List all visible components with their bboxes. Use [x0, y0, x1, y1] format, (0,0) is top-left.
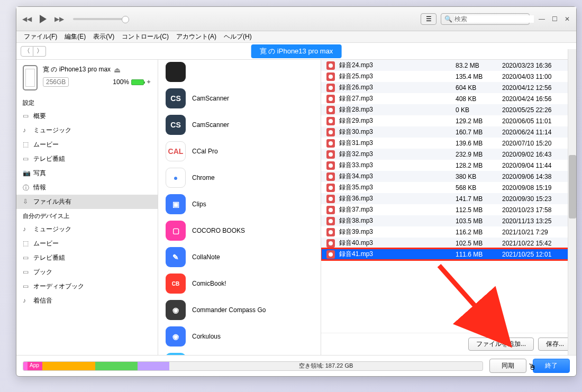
sync-button[interactable]: 同期 [489, 359, 526, 373]
app-item[interactable]: ▢COCORO BOOKS [158, 217, 321, 244]
sidebar-item-movie[interactable]: ⬚ムービー [16, 138, 158, 152]
app-item[interactable]: ✎CollaNote [158, 244, 321, 270]
app-item[interactable]: CSCamScanner [158, 85, 321, 112]
file-name: 録音29.mp3 [339, 116, 451, 125]
file-size: 103.5 MB [456, 217, 498, 225]
file-icon [326, 72, 335, 81]
app-item[interactable]: ▣Clips [158, 191, 321, 217]
file-size: 111.6 MB [456, 251, 498, 258]
sidebar-item-ring[interactable]: ♪着信音 [16, 294, 158, 308]
app-icon: ▣ [166, 194, 186, 214]
file-size: 128.2 MB [456, 162, 498, 169]
file-name: 録音30.mp3 [339, 127, 451, 136]
sidebar-item-book[interactable]: ▭ブック [16, 265, 158, 279]
menu-item[interactable]: アカウント(A) [173, 31, 220, 42]
menu-item[interactable]: コントロール(C) [119, 31, 172, 42]
app-item[interactable]: ●Chrome [158, 165, 321, 191]
device-pill[interactable]: 寛 の iPhone13 pro max [251, 44, 342, 58]
file-row[interactable]: 録音40.mp3102.5 MB2021/10/22 15:42 [321, 238, 576, 249]
file-row[interactable]: 録音27.mp3408 KB2020/04/24 16:56 [321, 93, 576, 104]
file-row[interactable]: 録音35.mp3568 KB2020/09/08 15:19 [321, 182, 576, 193]
file-name: 録音37.mp3 [339, 205, 451, 214]
file-date: 2020/09/04 11:44 [502, 162, 571, 169]
tv-icon: ▭ [23, 254, 31, 262]
menu-item[interactable]: ファイル(F) [21, 31, 60, 42]
file-row[interactable]: 録音39.mp3116.2 MB2021/10/21 7:29 [321, 226, 576, 238]
app-icon: CS [166, 88, 186, 108]
app-item[interactable]: CBComicBook! [158, 270, 321, 297]
play-button[interactable] [40, 15, 47, 23]
storage-badge: 256GB [43, 77, 69, 87]
file-name: 録音31.mp3 [339, 139, 451, 148]
list-view-button[interactable]: ☰ [421, 13, 436, 25]
photo-icon: 📷 [23, 169, 31, 178]
file-row[interactable]: 録音26.mp3604 KB2020/04/12 12:56 [321, 82, 576, 93]
sidebar-item-summary[interactable]: ▭概要 [16, 109, 158, 123]
volume-slider[interactable] [73, 18, 126, 20]
file-icon [326, 195, 335, 203]
save-button[interactable]: 保存... [538, 338, 572, 351]
file-icon [326, 184, 335, 192]
sidebar-item-photo[interactable]: 📷写真 [16, 166, 158, 180]
file-row[interactable]: 録音41.mp3111.6 MB2021/10/25 12:01 [321, 249, 576, 260]
search-field[interactable]: 🔍 [441, 13, 530, 25]
file-size: 141.7 MB [456, 195, 498, 203]
forward-button[interactable]: 〉 [33, 46, 46, 57]
add-file-button[interactable]: ファイルを追加... [468, 338, 534, 351]
file-size: 604 KB [456, 84, 498, 92]
file-date: 2020/04/03 11:00 [502, 73, 571, 80]
app-item[interactable]: CALCCal Pro [158, 138, 321, 165]
file-date: 2020/11/13 13:25 [502, 217, 571, 225]
sidebar-item-music[interactable]: ♪ミュージック [16, 123, 158, 138]
app-item[interactable]: ◫Dailyノート [158, 350, 321, 355]
file-row[interactable]: 録音38.mp3103.5 MB2020/11/13 13:25 [321, 215, 576, 226]
file-row[interactable]: 録音31.mp3139.6 MB2020/07/10 15:20 [321, 138, 576, 149]
sidebar: 寛 の iPhone13 pro max⏏ 256GB 100%✦ 設定 ▭概要… [16, 60, 158, 355]
close-button[interactable]: ✕ [563, 15, 571, 23]
file-size: 568 KB [456, 184, 498, 192]
app-icon: ✎ [166, 247, 186, 267]
sidebar-item-tv[interactable]: ▭テレビ番組 [16, 251, 158, 265]
file-name: 録音33.mp3 [339, 161, 451, 170]
sidebar-item-label: ファイル共有 [33, 197, 71, 206]
file-row[interactable]: 録音37.mp3112.5 MB2020/10/23 17:58 [321, 204, 576, 215]
app-item[interactable]: CSCamScanner [158, 112, 321, 138]
menu-item[interactable]: 表示(V) [90, 31, 117, 42]
back-button[interactable]: 〈 [21, 46, 33, 57]
file-row[interactable]: 録音36.mp3141.7 MB2020/09/30 15:23 [321, 193, 576, 204]
device-header[interactable]: 寛 の iPhone13 pro max⏏ 256GB 100%✦ [16, 60, 158, 96]
maximize-button[interactable]: ☐ [551, 15, 558, 23]
file-icon [326, 239, 335, 248]
file-row[interactable]: 録音33.mp3128.2 MB2020/09/04 11:44 [321, 160, 576, 171]
menu-item[interactable]: ヘルプ(H) [221, 31, 255, 42]
app-icon: ● [166, 168, 186, 188]
file-row[interactable]: 録音34.mp3380 KB2020/09/06 14:38 [321, 171, 576, 182]
file-row[interactable]: 録音28.mp30 KB2020/05/25 22:26 [321, 104, 576, 115]
app-item[interactable] [158, 62, 321, 85]
app-icon: CAL [166, 141, 186, 161]
search-input[interactable] [454, 15, 534, 23]
sidebar-item-label: 着信音 [33, 296, 52, 305]
scrollbar[interactable] [568, 49, 576, 355]
prev-button[interactable]: ◀◀ [22, 14, 32, 24]
app-item[interactable]: ◉Corkulous [158, 323, 321, 350]
app-item[interactable]: ◉Commander Compass Go [158, 297, 321, 323]
file-row[interactable]: 録音30.mp3160.7 MB2020/06/24 11:14 [321, 126, 576, 138]
sidebar-item-share[interactable]: ⇩ファイル共有 [16, 195, 158, 209]
file-row[interactable]: 録音29.mp3129.2 MB2020/06/05 11:01 [321, 115, 576, 126]
file-row[interactable]: 録音24.mp383.2 MB2020/03/23 16:36 [321, 60, 576, 71]
scroll-thumb[interactable] [569, 155, 576, 218]
done-button[interactable]: 終了 [533, 359, 570, 373]
minimize-button[interactable]: — [538, 15, 545, 23]
sidebar-item-movie[interactable]: ⬚ムービー [16, 236, 158, 251]
eject-icon[interactable]: ⏏ [114, 66, 121, 74]
cursor-icon: 🖱 [528, 362, 536, 372]
next-button[interactable]: ▶▶ [54, 14, 65, 24]
file-row[interactable]: 録音32.mp3232.9 MB2020/09/02 16:43 [321, 149, 576, 160]
sidebar-item-abook[interactable]: ▭オーディオブック [16, 279, 158, 294]
sidebar-item-music[interactable]: ♪ミュージック [16, 222, 158, 236]
file-row[interactable]: 録音25.mp3135.4 MB2020/04/03 11:00 [321, 71, 576, 82]
sidebar-item-info[interactable]: ⓘ情報 [16, 180, 158, 195]
sidebar-item-tv[interactable]: ▭テレビ番組 [16, 152, 158, 166]
menu-item[interactable]: 編集(E) [61, 31, 89, 42]
